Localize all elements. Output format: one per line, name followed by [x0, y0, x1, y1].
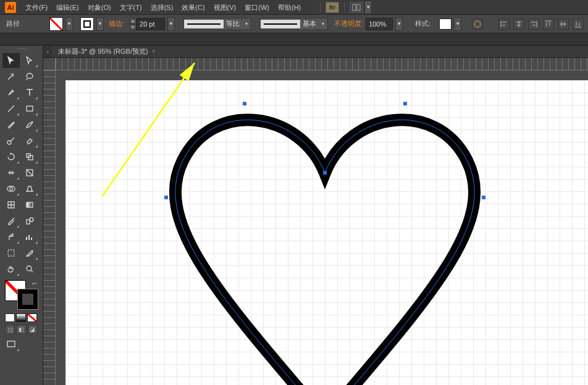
drawing-mode-behind[interactable]: ◧: [16, 325, 26, 334]
scale-tool[interactable]: [21, 149, 38, 164]
eyedropper-tool[interactable]: [2, 213, 20, 228]
tab-scroll-button[interactable]: »: [43, 46, 52, 57]
arrange-documents-dropdown[interactable]: ▼: [364, 1, 372, 14]
stroke-indicator[interactable]: [17, 289, 38, 310]
svg-rect-17: [323, 171, 327, 175]
svg-rect-12: [27, 220, 30, 224]
heart-path-object[interactable]: [146, 86, 504, 385]
color-mode-none[interactable]: [27, 313, 37, 322]
svg-rect-21: [482, 196, 485, 199]
document-tab-title: 未标题-3* @ 95% (RGB/预览): [58, 47, 148, 56]
svg-rect-18: [243, 102, 246, 106]
align-right-button[interactable]: [528, 19, 539, 30]
svg-rect-19: [403, 102, 407, 106]
opacity-dropdown[interactable]: ▼: [395, 17, 403, 31]
menu-object[interactable]: 对象(O): [83, 0, 116, 15]
pencil-tool[interactable]: [21, 117, 38, 132]
bridge-button[interactable]: Br: [326, 2, 339, 13]
pen-tool[interactable]: [2, 85, 20, 100]
svg-rect-3: [27, 106, 33, 111]
document-tab-close-icon[interactable]: ×: [152, 48, 156, 55]
lasso-tool[interactable]: [21, 69, 38, 84]
menu-help[interactable]: 帮助(H): [274, 0, 305, 15]
artboard[interactable]: [65, 80, 588, 385]
zoom-tool[interactable]: [21, 262, 38, 276]
menu-type[interactable]: 文字(T): [116, 0, 146, 15]
rectangle-tool[interactable]: [21, 101, 38, 116]
stroke-weight-input[interactable]: [136, 18, 165, 30]
menu-select[interactable]: 选择(S): [146, 0, 178, 15]
recolor-artwork-button[interactable]: [472, 19, 483, 30]
document-tab-strip: » 未标题-3* @ 95% (RGB/预览) ×: [43, 46, 588, 58]
variable-width-profile[interactable]: 等比▾: [183, 18, 251, 30]
stroke-label[interactable]: 描边:: [109, 19, 124, 28]
eraser-tool[interactable]: [21, 133, 38, 148]
artboard-tool[interactable]: [2, 246, 20, 260]
svg-point-2: [474, 21, 481, 27]
direct-selection-tool[interactable]: [21, 53, 38, 68]
opacity-label[interactable]: 不透明度:: [334, 19, 363, 28]
blob-brush-tool[interactable]: [2, 133, 20, 148]
blend-tool[interactable]: [21, 213, 38, 228]
menu-window[interactable]: 窗口(W): [240, 0, 274, 15]
screen-mode-button[interactable]: [2, 337, 20, 352]
svg-rect-1: [357, 4, 360, 10]
graphic-style-swatch[interactable]: [439, 19, 452, 30]
fill-dropdown[interactable]: ▼: [65, 17, 73, 31]
sub-bar: [0, 33, 588, 46]
arrange-documents-button[interactable]: [350, 2, 363, 13]
stroke-dropdown[interactable]: ▼: [96, 17, 104, 31]
stroke-weight-stepper[interactable]: ▲▼: [129, 18, 165, 30]
menu-view[interactable]: 视图(V): [209, 0, 241, 15]
column-graph-tool[interactable]: [21, 230, 38, 244]
paintbrush-tool[interactable]: [2, 117, 20, 132]
menu-bar: Ai 文件(F) 编辑(E) 对象(O) 文字(T) 选择(S) 效果(C) 视…: [0, 0, 588, 15]
drawing-mode-normal[interactable]: ◻: [5, 325, 15, 334]
stroke-swatch[interactable]: [80, 17, 94, 31]
app-logo-icon: Ai: [5, 2, 16, 13]
hand-tool[interactable]: [2, 262, 20, 276]
free-transform-tool[interactable]: [21, 165, 38, 180]
fill-stroke-indicator[interactable]: ⤺: [5, 280, 38, 310]
align-top-button[interactable]: [543, 19, 554, 30]
menu-edit[interactable]: 编辑(E): [52, 0, 83, 15]
ruler-vertical[interactable]: [43, 70, 56, 385]
selection-tool[interactable]: [2, 53, 20, 68]
opacity-input[interactable]: [366, 18, 393, 30]
perspective-grid-tool[interactable]: [21, 181, 38, 196]
menu-file[interactable]: 文件(F): [21, 0, 52, 15]
shape-builder-tool[interactable]: [2, 181, 20, 196]
style-label[interactable]: 样式:: [413, 19, 433, 28]
canvas-area: [43, 58, 588, 385]
gradient-tool[interactable]: [21, 197, 38, 212]
align-left-button[interactable]: [498, 19, 510, 30]
svg-point-13: [30, 218, 33, 221]
stroke-weight-dropdown[interactable]: ▼: [167, 17, 175, 31]
type-tool[interactable]: [21, 85, 38, 100]
rotate-tool[interactable]: [2, 149, 20, 164]
drawing-mode-inside[interactable]: ◪: [28, 325, 38, 334]
color-mode-row: [5, 313, 38, 322]
graphic-style-dropdown[interactable]: ▼: [454, 17, 461, 31]
brush-definition[interactable]: 基本▾: [260, 18, 328, 30]
svg-point-15: [27, 266, 32, 271]
svg-rect-16: [7, 341, 15, 347]
align-bottom-button[interactable]: [573, 19, 584, 30]
magic-wand-tool[interactable]: [2, 69, 20, 84]
slice-tool[interactable]: [21, 246, 38, 260]
swap-fill-stroke-icon[interactable]: ⤺: [32, 280, 37, 287]
color-mode-solid[interactable]: [5, 313, 15, 322]
menu-effect[interactable]: 效果(C): [177, 0, 209, 15]
control-bar: 路径 ▼ ▼ 描边: ▲▼ ▼ 等比▾ 基本▾ 不透明度: ▼ 样式: ▼: [0, 15, 588, 33]
ruler-horizontal[interactable]: [56, 58, 588, 70]
color-mode-gradient[interactable]: [16, 313, 26, 322]
mesh-tool[interactable]: [2, 197, 20, 212]
fill-swatch[interactable]: [49, 17, 63, 31]
line-segment-tool[interactable]: [2, 101, 20, 116]
symbol-sprayer-tool[interactable]: [2, 230, 20, 244]
align-hcenter-button[interactable]: [513, 19, 524, 30]
ruler-origin[interactable]: [43, 58, 56, 70]
align-vcenter-button[interactable]: [558, 19, 569, 30]
document-tab[interactable]: 未标题-3* @ 95% (RGB/预览) ×: [53, 46, 160, 57]
width-tool[interactable]: [2, 165, 20, 180]
